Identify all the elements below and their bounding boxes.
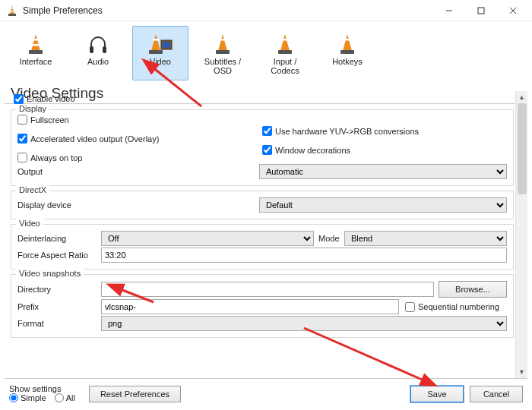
tab-input-label: Input / Codecs xyxy=(259,57,311,75)
app-icon xyxy=(6,5,18,17)
svg-rect-12 xyxy=(90,46,93,53)
svg-marker-14 xyxy=(151,34,160,51)
output-select[interactable]: Automatic xyxy=(259,164,507,179)
cancel-button[interactable]: Cancel xyxy=(470,386,523,402)
format-label: Format xyxy=(17,319,101,328)
video-group: Video Deinterlacing Off Mode Blend Force… xyxy=(11,224,514,270)
always-on-top-checkbox[interactable]: Always on top xyxy=(17,153,262,162)
browse-button[interactable]: Browse... xyxy=(439,281,507,298)
svg-rect-5 xyxy=(478,8,484,14)
svg-marker-25 xyxy=(343,34,352,51)
tab-video-label: Video xyxy=(135,57,186,66)
display-group-legend: Display xyxy=(16,104,49,113)
headphones-icon xyxy=(72,30,124,55)
force-aspect-ratio-label: Force Aspect Ratio xyxy=(17,251,101,260)
svg-marker-22 xyxy=(280,34,290,51)
svg-marker-8 xyxy=(31,34,40,51)
force-aspect-ratio-input[interactable] xyxy=(101,248,507,263)
maximize-button[interactable] xyxy=(465,2,497,20)
enable-video-label: Enable video xyxy=(27,94,75,103)
tab-interface-label: Interface xyxy=(10,57,62,66)
directory-label: Directory xyxy=(17,285,101,294)
hotkeys-icon xyxy=(321,30,373,55)
svg-rect-27 xyxy=(340,50,354,54)
tab-subtitles[interactable]: Subtitles / OSD xyxy=(195,26,251,80)
snapshots-group: Video snapshots Directory Browse... Pref… xyxy=(11,274,514,338)
tab-interface[interactable]: Interface xyxy=(8,26,64,80)
directx-group: DirectX Display device Default xyxy=(11,191,514,219)
scroll-up-icon[interactable]: ▲ xyxy=(516,91,527,103)
video-group-legend: Video xyxy=(16,219,43,228)
prefix-input[interactable] xyxy=(101,299,399,314)
svg-rect-11 xyxy=(29,50,43,54)
mode-label: Mode xyxy=(314,234,344,243)
interface-icon xyxy=(10,30,62,55)
fullscreen-checkbox[interactable]: Fullscreen xyxy=(17,115,262,125)
deinterlacing-select[interactable]: Off xyxy=(101,231,314,246)
titlebar: Simple Preferences xyxy=(0,0,532,21)
svg-rect-1 xyxy=(11,8,14,9)
close-button[interactable] xyxy=(497,2,529,20)
svg-rect-21 xyxy=(216,50,230,54)
minimize-button[interactable] xyxy=(433,2,465,20)
scroll-down-icon[interactable]: ▼ xyxy=(516,366,527,378)
svg-rect-24 xyxy=(278,50,292,54)
video-icon xyxy=(135,30,186,55)
svg-rect-18 xyxy=(163,42,170,48)
subtitles-icon xyxy=(197,30,249,55)
yuv-rgb-checkbox[interactable]: Use hardware YUV->RGB conversions xyxy=(262,126,507,136)
svg-rect-20 xyxy=(220,39,226,41)
display-device-select[interactable]: Default xyxy=(259,197,507,213)
show-simple-radio[interactable]: Simple xyxy=(9,393,46,402)
svg-rect-13 xyxy=(103,46,106,53)
format-select[interactable]: png xyxy=(101,316,507,331)
output-label: Output xyxy=(17,167,259,176)
tab-audio[interactable]: Audio xyxy=(70,26,126,80)
category-tabs: Interface Audio Video Subtitles / OSD In… xyxy=(0,23,532,82)
enable-video-row: Enable video xyxy=(5,91,527,106)
prefix-label: Prefix xyxy=(17,302,101,311)
tab-video[interactable]: Video xyxy=(132,26,188,80)
show-all-radio[interactable]: All xyxy=(55,393,75,402)
tab-hotkeys[interactable]: Hotkeys xyxy=(319,26,375,80)
mode-select[interactable]: Blend xyxy=(344,231,507,246)
window-decorations-checkbox[interactable]: Window decorations xyxy=(262,145,507,155)
accelerated-output-checkbox[interactable]: Accelerated video output (Overlay) xyxy=(17,134,262,144)
sequential-numbering-checkbox[interactable]: Sequential numbering xyxy=(405,302,499,312)
settings-scroll-area: Enable video Display Fullscreen Accelera… xyxy=(5,91,527,378)
directory-input[interactable] xyxy=(101,282,434,297)
save-button[interactable]: Save xyxy=(410,386,464,402)
svg-rect-26 xyxy=(344,39,350,41)
svg-rect-10 xyxy=(32,44,40,46)
tab-hotkeys-label: Hotkeys xyxy=(321,57,373,66)
vertical-scrollbar[interactable]: ▲ ▼ xyxy=(515,91,527,378)
svg-rect-15 xyxy=(153,39,159,41)
deinterlacing-label: Deinterlacing xyxy=(17,234,101,243)
display-group: Display Fullscreen Accelerated video out… xyxy=(11,109,514,186)
svg-rect-9 xyxy=(33,39,39,41)
svg-rect-2 xyxy=(10,11,14,12)
footer: Show settings Simple All Reset Preferenc… xyxy=(5,378,527,408)
enable-video-checkbox[interactable]: Enable video xyxy=(14,94,75,104)
tab-input-codecs[interactable]: Input / Codecs xyxy=(257,26,313,80)
tab-audio-label: Audio xyxy=(72,57,124,66)
svg-rect-16 xyxy=(149,50,163,54)
show-settings-label: Show settings xyxy=(9,384,81,393)
svg-marker-0 xyxy=(10,5,14,14)
reset-preferences-button[interactable]: Reset Preferences xyxy=(89,386,181,402)
snapshots-group-legend: Video snapshots xyxy=(16,269,84,278)
svg-marker-19 xyxy=(218,34,227,51)
display-device-label: Display device xyxy=(17,200,259,210)
window-title: Simple Preferences xyxy=(23,5,433,16)
svg-rect-3 xyxy=(8,14,16,16)
tab-subtitles-label: Subtitles / OSD xyxy=(197,57,249,75)
svg-rect-23 xyxy=(282,39,288,41)
scroll-thumb[interactable] xyxy=(518,103,527,194)
directx-group-legend: DirectX xyxy=(16,185,49,194)
input-icon xyxy=(259,30,311,55)
